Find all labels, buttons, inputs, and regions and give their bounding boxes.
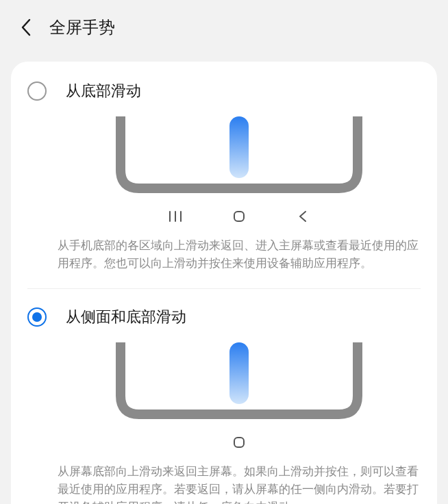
nav-icons-three bbox=[116, 203, 362, 237]
home-icon bbox=[232, 436, 247, 453]
divider bbox=[27, 288, 421, 289]
svg-rect-3 bbox=[234, 438, 244, 447]
recents-icon bbox=[168, 210, 183, 227]
options-card: 从底部滑动 bbox=[11, 62, 437, 504]
option-description: 从屏幕底部向上滑动来返回主屏幕。如果向上滑动并按住，则可以查看最近使用的应用程序… bbox=[58, 463, 421, 504]
svg-rect-1 bbox=[234, 212, 244, 221]
back-nav-icon bbox=[295, 210, 310, 227]
option-side-bottom-swipe: 从侧面和底部滑动 bbox=[27, 301, 421, 504]
option-description: 从手机底部的各区域向上滑动来返回、进入主屏幕或查看最近使用的应用程序。您也可以向… bbox=[58, 237, 421, 273]
option-title: 从底部滑动 bbox=[66, 81, 141, 101]
illustration-side-bottom-swipe bbox=[116, 340, 362, 429]
radio-checked-icon[interactable] bbox=[27, 307, 47, 327]
page-title: 全屏手势 bbox=[49, 16, 115, 38]
back-icon[interactable] bbox=[16, 18, 36, 37]
option-bottom-swipe: 从底部滑动 bbox=[27, 75, 421, 273]
option-title: 从侧面和底部滑动 bbox=[66, 307, 186, 327]
illustration-bottom-swipe bbox=[116, 114, 362, 203]
home-icon bbox=[232, 210, 247, 227]
option-side-bottom-swipe-header[interactable]: 从侧面和底部滑动 bbox=[27, 307, 421, 327]
illustration-wrap: 从屏幕底部向上滑动来返回主屏幕。如果向上滑动并按住，则可以查看最近使用的应用程序… bbox=[27, 340, 421, 504]
illustration-wrap: 从手机底部的各区域向上滑动来返回、进入主屏幕或查看最近使用的应用程序。您也可以向… bbox=[27, 114, 421, 273]
svg-rect-0 bbox=[229, 116, 249, 178]
svg-rect-2 bbox=[229, 342, 249, 404]
radio-unchecked-icon[interactable] bbox=[27, 81, 47, 101]
header: 全屏手势 bbox=[0, 0, 448, 55]
nav-icons-single bbox=[116, 429, 362, 463]
option-bottom-swipe-header[interactable]: 从底部滑动 bbox=[27, 81, 421, 101]
